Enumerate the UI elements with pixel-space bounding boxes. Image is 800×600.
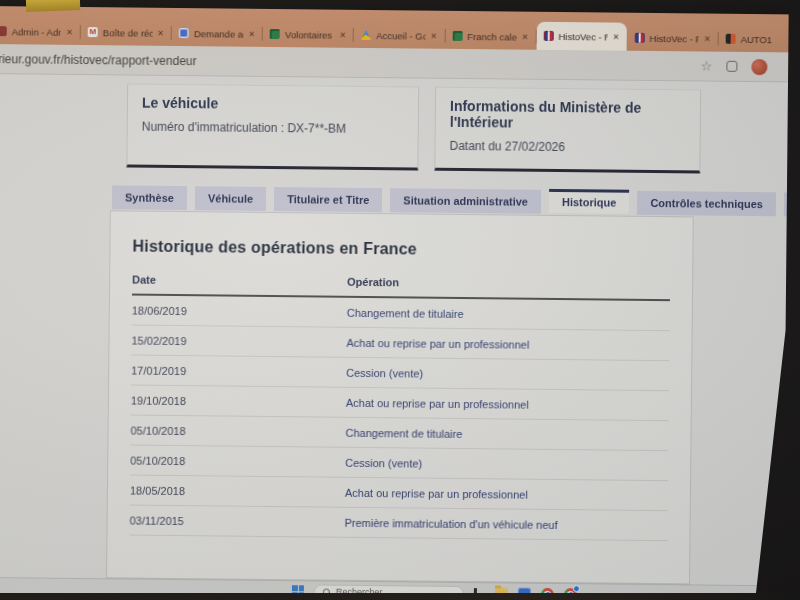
cell-date: 05/10/2018 <box>131 424 346 438</box>
ministry-card: Informations du Ministère de l'Intérieur… <box>434 87 701 174</box>
search-label: Rechercher <box>336 587 383 597</box>
vehicle-card-title: Le véhicule <box>142 95 404 114</box>
operations-table: Date Opération 18/06/2019 Changement de … <box>129 274 670 542</box>
browser-tab[interactable]: HistoVec - Propo ✕ <box>627 25 717 52</box>
histovec-report-page: Le véhicule Numéro d'immatriculation : D… <box>0 74 800 586</box>
report-tab[interactable]: Contrôles techniques <box>637 191 776 216</box>
tab-close-icon[interactable]: ✕ <box>66 27 73 36</box>
report-tab-label: Véhicule <box>208 192 253 204</box>
tab-close-icon[interactable]: ✕ <box>704 34 711 43</box>
column-header-operation: Opération <box>347 276 670 291</box>
tab-title: Demande agence <box>194 28 244 40</box>
windows-start-button[interactable] <box>292 585 304 597</box>
cell-operation: Cession (vente) <box>346 366 669 381</box>
bookmark-star-icon[interactable]: ☆ <box>701 58 713 73</box>
tab-close-icon[interactable]: ✕ <box>248 29 255 38</box>
cell-date: 03/11/2015 <box>130 514 345 528</box>
tab-favicon-icon <box>361 30 371 40</box>
column-header-date: Date <box>132 274 347 288</box>
section-title: Historique des opérations en France <box>132 238 692 262</box>
browser-tab[interactable]: HistoVec - Rappo ✕ <box>536 22 626 51</box>
report-tab-label: Situation administrative <box>403 194 528 207</box>
cell-operation: Changement de titulaire <box>345 426 668 441</box>
tab-favicon-icon <box>88 27 98 37</box>
tab-title: Boîte de réceptio <box>103 27 153 39</box>
report-tab[interactable]: Synthèse <box>112 185 187 210</box>
cell-operation: Achat ou reprise par un professionnel <box>346 336 669 351</box>
tab-close-icon[interactable]: ✕ <box>157 28 164 37</box>
tab-close-icon[interactable]: ✕ <box>795 35 800 44</box>
report-tab-label: Historique <box>562 196 617 209</box>
notification-badge <box>573 585 580 592</box>
tab-title: Volontaires - Suiv <box>285 29 335 41</box>
tab-favicon-icon <box>726 34 736 44</box>
ministry-card-title: Informations du Ministère de l'Intérieur <box>450 98 686 132</box>
tab-favicon-icon <box>179 28 189 38</box>
extension-icon[interactable] <box>726 61 737 72</box>
tab-title: HistoVec - Propo <box>649 32 699 44</box>
blue-app-icon[interactable] <box>518 587 531 600</box>
registration-number: Numéro d'immatriculation : DX-7**-BM <box>142 120 404 137</box>
browser-tab[interactable]: Admin - Admin C ✕ <box>0 18 80 45</box>
cell-date: 05/10/2018 <box>130 454 345 468</box>
browser-tab[interactable]: Boîte de réceptio ✕ <box>81 19 171 46</box>
browser-tab[interactable]: Demande agence ✕ <box>172 20 262 47</box>
report-tab-label: Titulaire et Titre <box>287 193 369 206</box>
cell-date: 18/06/2019 <box>132 304 347 318</box>
cell-date: 18/05/2018 <box>130 484 345 498</box>
tab-favicon-icon <box>634 33 644 43</box>
photo-of-monitor: Admin - Admin C ✕ Boîte de réceptio ✕ De… <box>0 0 800 600</box>
tab-title: HistoVec - Rappo <box>558 30 608 42</box>
report-tab[interactable]: Véhicule <box>195 186 266 211</box>
profile-avatar[interactable] <box>751 59 767 75</box>
chrome-icon[interactable] <box>541 587 554 600</box>
file-explorer-icon[interactable] <box>495 587 508 600</box>
tab-favicon-icon <box>270 29 280 39</box>
tab-title: AUTO1 <box>741 33 791 45</box>
chrome-icon-badged[interactable] <box>564 588 577 600</box>
historique-panel: Historique des opérations en France Date… <box>106 210 694 584</box>
tab-close-icon[interactable]: ✕ <box>522 32 529 41</box>
browser-tab[interactable]: Franch calendar ✕ <box>445 23 535 50</box>
vehicle-card: Le véhicule Numéro d'immatriculation : D… <box>126 83 419 170</box>
tab-close-icon[interactable]: ✕ <box>339 30 346 39</box>
address-input[interactable]: erieur.gouv.fr/histovec/rapport-vendeur <box>0 51 701 72</box>
report-date: Datant du 27/02/2026 <box>449 139 685 155</box>
cell-operation: Changement de titulaire <box>347 306 670 321</box>
taskbar-search[interactable]: Rechercher <box>314 584 464 600</box>
tab-favicon-icon <box>543 31 553 41</box>
header-cards: Le véhicule Numéro d'immatriculation : D… <box>126 83 701 173</box>
report-tab[interactable]: Situation administrative <box>390 188 541 214</box>
cell-date: 19/10/2018 <box>131 394 346 408</box>
monitor-screen: Admin - Admin C ✕ Boîte de réceptio ✕ De… <box>0 6 800 600</box>
cell-operation: Cession (vente) <box>345 456 668 471</box>
report-tab[interactable]: Kilométrage <box>784 192 800 217</box>
browser-tab[interactable]: Accueil - Google ✕ <box>354 22 444 49</box>
dark-app-icon[interactable] <box>474 588 485 599</box>
cell-operation: Première immatriculation d'un véhicule n… <box>345 516 668 531</box>
taskbar-icons: Rechercher <box>292 584 577 600</box>
report-tab-label: Contrôles techniques <box>650 197 763 210</box>
tab-title: Accueil - Google <box>376 30 426 42</box>
tab-title: Admin - Admin C <box>12 26 62 38</box>
table-row: 03/11/2015 Première immatriculation d'un… <box>129 506 667 542</box>
browser-tab[interactable]: Volontaires - Suiv ✕ <box>263 21 353 48</box>
sticky-note <box>26 0 81 12</box>
tab-favicon-icon <box>452 31 462 41</box>
tab-close-icon[interactable]: ✕ <box>613 32 620 41</box>
cell-operation: Achat ou reprise par un professionnel <box>345 486 668 501</box>
browser-tab[interactable]: AUTO1 ✕ <box>718 26 800 53</box>
report-tab-label: Synthèse <box>125 191 174 204</box>
search-icon <box>323 588 330 595</box>
report-tab[interactable]: Historique <box>549 189 630 214</box>
cell-date: 17/01/2019 <box>131 364 346 378</box>
report-tab[interactable]: Titulaire et Titre <box>274 187 382 212</box>
cell-operation: Achat ou reprise par un professionnel <box>346 396 669 411</box>
tab-title: Franch calendar <box>467 31 517 43</box>
cell-date: 15/02/2019 <box>131 334 346 348</box>
tab-close-icon[interactable]: ✕ <box>431 31 438 40</box>
url-bar-actions: ☆ <box>701 58 800 75</box>
tab-favicon-icon <box>0 26 7 36</box>
